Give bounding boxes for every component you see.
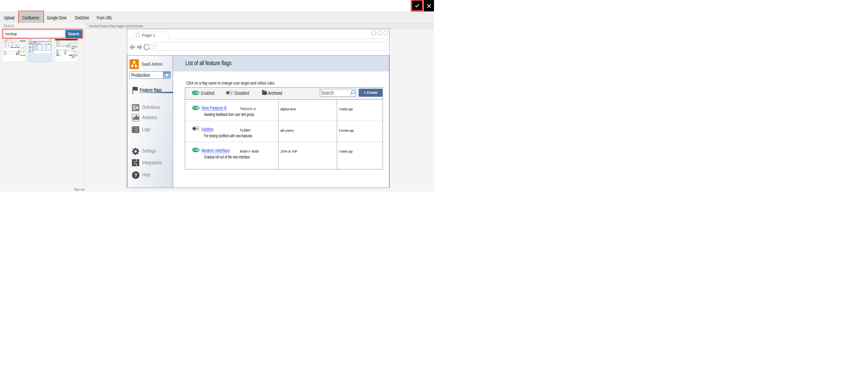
svg-text:?: ? xyxy=(134,172,137,178)
